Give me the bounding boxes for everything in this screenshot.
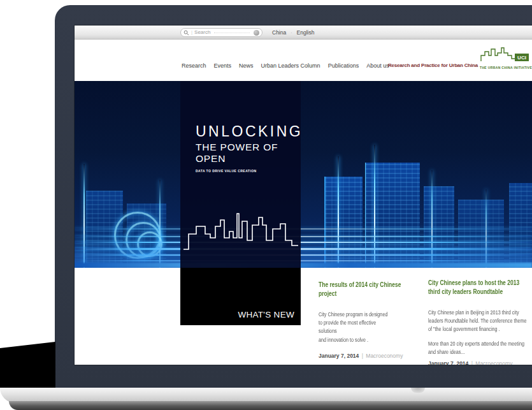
article-excerpt: City Chinese program is designed to prov… [319, 311, 421, 344]
article-title-line: third city leaders Roundtable [428, 288, 518, 297]
site-header: Research Events News Urban Leaders Colum… [75, 40, 532, 81]
browser-toolbar: | Search China · English [75, 26, 532, 40]
article-body-line: City Chinese plan in Beijing in 2013 thi… [428, 309, 518, 317]
nav-item-publications[interactable]: Publications [328, 62, 359, 69]
news-article: The results of 2014 city Chinese project… [319, 281, 421, 365]
uci-logo[interactable]: UCI THE URBAN CHINA INITIATIVE [480, 45, 531, 70]
laptop-mockup: | Search China · English Research Events… [0, 0, 532, 410]
nav-item-about-us[interactable]: About us [366, 62, 389, 69]
search-divider: | [191, 30, 192, 35]
article-body-line: to provide the most effective [319, 319, 405, 327]
hero-title-line2: THE POWER OF OPEN [196, 142, 301, 165]
article-date: January 7, 2014 [319, 353, 359, 359]
browser-screen: | Search China · English Research Events… [75, 26, 532, 365]
lang-china-link[interactable]: China [272, 29, 286, 36]
article-body-line: and innovation to solve . [319, 336, 405, 344]
article-title-line: The results of 2014 city Chinese [319, 281, 405, 289]
hero-subtitle: DATA TO DRIVE VALUE CREATION [196, 169, 301, 173]
site-tagline: Research and Practice for Urban China [388, 62, 478, 68]
lang-english-link[interactable]: English [297, 29, 315, 36]
article-title-line: project [319, 289, 405, 298]
article-title-link[interactable]: City Chinese plans to host the 2013 thir… [428, 279, 532, 296]
search-go-button[interactable] [254, 30, 259, 36]
article-body-line: leaders Roundtable held. The conference … [428, 317, 518, 325]
svg-text:UCI: UCI [517, 55, 526, 61]
hero-text-panel: UNLOCKING THE POWER OF OPEN DATA TO DRIV… [180, 81, 301, 268]
article-body-line: and share ideas... [428, 348, 518, 356]
whats-new-label: WHAT'S NEW [238, 310, 294, 319]
article-category[interactable]: Macroeconomy [475, 360, 512, 365]
main-nav: Research Events News Urban Leaders Colum… [182, 62, 389, 69]
hero-banner [75, 81, 532, 268]
language-switcher: China · English [272, 29, 314, 36]
search-icon [183, 30, 189, 36]
uci-skyline-icon: UCI [480, 45, 530, 62]
article-title-line: City Chinese plans to host the 2013 [428, 279, 518, 288]
search-dotted-line [214, 33, 250, 33]
meta-separator: | [470, 360, 474, 365]
article-body-line: City Chinese program is designed [319, 311, 405, 319]
news-article: City Chinese plans to host the 2013 thir… [428, 279, 532, 365]
article-date: January 7, 2014 [428, 360, 468, 365]
nav-item-research[interactable]: Research [182, 62, 206, 69]
laptop-shadow [0, 342, 55, 388]
search-placeholder: Search [194, 30, 210, 35]
article-meta: January 7, 2014 | Macroeconomy [319, 353, 421, 359]
nav-item-urban-leaders-column[interactable]: Urban Leaders Column [261, 62, 320, 69]
hero-title-line1: UNLOCKING [196, 124, 301, 139]
whats-new-panel: WHAT'S NEW [180, 268, 301, 325]
article-body-line: More than 20 city experts attended the m… [428, 340, 518, 348]
hero-bottom-band [75, 263, 532, 268]
skyline-outline-icon [183, 212, 298, 260]
article-body-line: solutions [319, 327, 405, 335]
article-category[interactable]: Macroeconomy [366, 353, 403, 359]
article-meta: January 7, 2014 | Macroeconomy [428, 360, 532, 365]
nav-item-news[interactable]: News [239, 62, 254, 69]
logo-caption: THE URBAN CHINA INITIATIVE [480, 66, 531, 70]
lang-separator: · [291, 31, 292, 35]
light-streak-horizontal [75, 228, 532, 230]
meta-separator: | [361, 353, 364, 359]
article-body-line: of "the local government financing . [428, 325, 518, 333]
nav-item-events[interactable]: Events [214, 62, 232, 69]
article-title-link[interactable]: The results of 2014 city Chinese project [319, 281, 421, 298]
laptop-base-edge [9, 401, 532, 410]
article-excerpt-2: More than 20 city experts attended the m… [428, 340, 532, 356]
search-input[interactable]: | Search [180, 28, 262, 37]
article-excerpt: City Chinese plan in Beijing in 2013 thi… [428, 309, 532, 334]
light-streak-horizontal [75, 236, 532, 237]
